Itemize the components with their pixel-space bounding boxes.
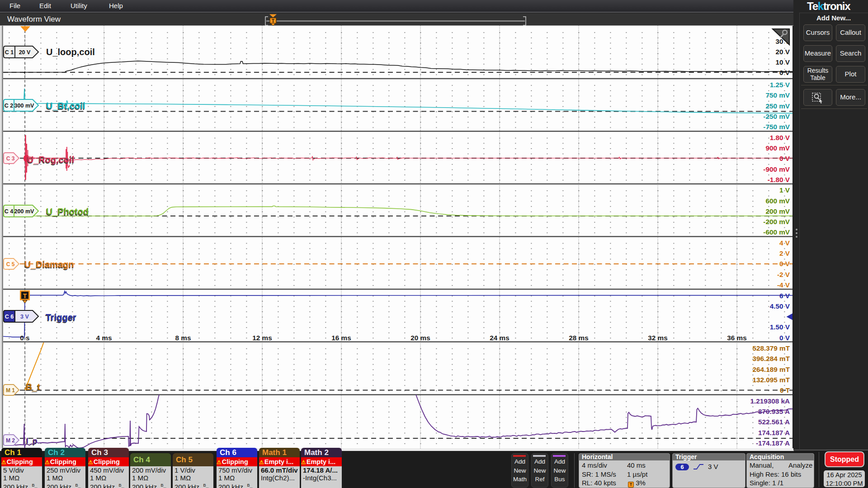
svg-text:200 mV: 200 mV <box>765 207 790 215</box>
svg-text:28 ms: 28 ms <box>569 334 588 342</box>
svg-text:132.095 mT: 132.095 mT <box>753 376 790 384</box>
svg-text:174.187 A: 174.187 A <box>758 429 790 436</box>
svg-text:T: T <box>23 292 27 300</box>
svg-text:0 V: 0 V <box>779 69 790 76</box>
svg-text:24 ms: 24 ms <box>490 334 509 342</box>
svg-text:0 V: 0 V <box>779 260 790 267</box>
svg-text:900 mV: 900 mV <box>765 144 790 152</box>
svg-text:B_t: B_t <box>26 382 41 392</box>
svg-text:3 V: 3 V <box>20 314 29 320</box>
svg-text:-1.80 V: -1.80 V <box>768 176 790 183</box>
svg-text:Trigger: Trigger <box>46 312 76 322</box>
svg-text:-174.187 A: -174.187 A <box>756 439 790 447</box>
svg-text:20 V: 20 V <box>776 48 790 56</box>
svg-text:C 1: C 1 <box>5 49 14 56</box>
svg-text:C 3: C 3 <box>6 155 15 162</box>
svg-text:36 ms: 36 ms <box>727 334 746 342</box>
svg-text:M 1: M 1 <box>6 387 15 394</box>
svg-text:C 2: C 2 <box>5 103 14 109</box>
svg-text:4 ms: 4 ms <box>96 334 112 342</box>
svg-text:1 V: 1 V <box>779 186 790 194</box>
svg-text:1.25 V: 1.25 V <box>770 81 790 89</box>
svg-text:6 V: 6 V <box>779 292 790 300</box>
svg-text:8 ms: 8 ms <box>175 334 191 342</box>
svg-text:1.219308 kA: 1.219308 kA <box>750 397 790 405</box>
svg-text:I_p: I_p <box>26 436 38 445</box>
svg-text:12 ms: 12 ms <box>252 334 272 342</box>
svg-text:-900 mV: -900 mV <box>763 165 790 173</box>
svg-text:U_Diamagn: U_Diamagn <box>24 259 74 269</box>
svg-text:20 V: 20 V <box>19 49 31 56</box>
svg-text:250 mV: 250 mV <box>765 102 790 110</box>
svg-text:0 s: 0 s <box>20 334 29 342</box>
svg-text:1.80 V: 1.80 V <box>770 134 790 141</box>
svg-text:-200 mV: -200 mV <box>763 218 790 225</box>
svg-text:528.379 mT: 528.379 mT <box>753 344 790 352</box>
svg-text:-2 V: -2 V <box>777 271 790 278</box>
svg-text:396.284 mT: 396.284 mT <box>753 355 790 362</box>
svg-text:4.50 V: 4.50 V <box>770 302 790 310</box>
svg-text:300 mV: 300 mV <box>14 103 34 109</box>
svg-text:16 ms: 16 ms <box>331 334 351 342</box>
svg-text:C 6: C 6 <box>5 314 14 320</box>
svg-text:0 T: 0 T <box>780 386 790 394</box>
svg-text:264.189 mT: 264.189 mT <box>753 366 790 373</box>
svg-text:-750 mV: -750 mV <box>763 123 790 131</box>
svg-text:750 mV: 750 mV <box>765 91 790 99</box>
svg-text:2 V: 2 V <box>779 249 790 257</box>
svg-text:0 V: 0 V <box>779 334 790 342</box>
svg-text:20 ms: 20 ms <box>410 334 430 342</box>
svg-text:200 mV: 200 mV <box>14 208 34 215</box>
svg-text:-4 V: -4 V <box>777 281 790 289</box>
svg-text:U_Bt,coil: U_Bt,coil <box>46 101 85 111</box>
svg-text:M 2: M 2 <box>6 437 15 444</box>
svg-text:-600 mV: -600 mV <box>763 228 790 236</box>
svg-text:32 ms: 32 ms <box>648 334 667 342</box>
svg-text:10 V: 10 V <box>776 58 790 66</box>
svg-text:U_Rog,coil: U_Rog,coil <box>27 155 74 164</box>
svg-text:870.935 A: 870.935 A <box>758 408 790 415</box>
svg-text:522.561 A: 522.561 A <box>758 418 790 426</box>
svg-text:4 V: 4 V <box>779 239 790 247</box>
svg-text:600 mV: 600 mV <box>765 197 790 205</box>
svg-text:0 V: 0 V <box>779 155 790 162</box>
svg-text:U_Photod: U_Photod <box>46 206 89 216</box>
svg-text:U_loop,coil: U_loop,coil <box>46 47 95 57</box>
svg-text:C 4: C 4 <box>5 208 14 215</box>
svg-text:C 5: C 5 <box>6 261 15 267</box>
svg-text:1.50 V: 1.50 V <box>770 323 790 331</box>
svg-text:-250 mV: -250 mV <box>763 113 790 120</box>
